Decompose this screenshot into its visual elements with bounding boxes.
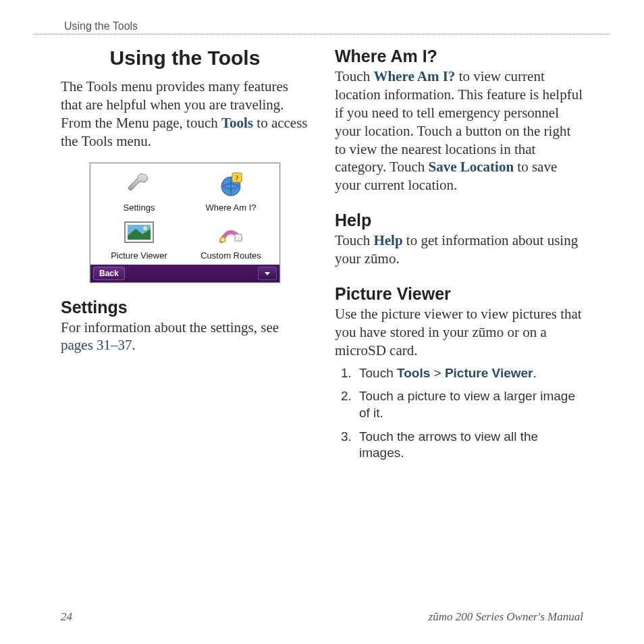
svg-rect-6 (235, 234, 242, 241)
text: Touch (335, 68, 373, 84)
text: For information about the settings, see (61, 319, 279, 336)
step-3: Touch the arrows to view all the images. (355, 429, 583, 462)
where-am-i-heading: Where Am I? (335, 47, 583, 66)
picture-viewer-paragraph: Use the picture viewer to view pictures … (335, 305, 583, 360)
svg-point-7 (220, 237, 225, 242)
left-column: Using the Tools The Tools menu provides … (61, 47, 309, 468)
wrench-icon (121, 169, 157, 201)
text: Touch (335, 232, 373, 248)
svg-point-5 (143, 226, 147, 230)
help-paragraph: Touch Help to get information about usin… (335, 232, 583, 268)
right-column: Where Am I? Touch Where Am I? to view cu… (335, 47, 583, 468)
back-button[interactable]: Back (93, 267, 125, 280)
settings-heading: Settings (61, 298, 309, 317)
running-head: Using the Tools (34, 20, 610, 34)
arrow-down-icon (263, 269, 271, 277)
text: . (132, 337, 136, 353)
text: . (533, 366, 537, 380)
step-2: Touch a picture to view a larger image o… (355, 388, 583, 421)
down-arrow-button[interactable] (258, 267, 277, 280)
app-label: Settings (124, 203, 155, 213)
app-settings[interactable]: Settings (93, 167, 185, 215)
where-am-i-paragraph: Touch Where Am I? to view current locati… (335, 68, 583, 194)
picture-viewer-link: Picture Viewer (445, 366, 533, 380)
text: Touch (359, 366, 397, 380)
device-screenshot: Settings ? Where Am I? (90, 163, 280, 283)
app-custom-routes[interactable]: Custom Routes (185, 215, 277, 263)
page-number: 24 (61, 610, 72, 624)
page-title: Using the Tools (61, 47, 309, 70)
pages-link[interactable]: pages 31–37 (61, 337, 132, 353)
step-1: Touch Tools > Picture Viewer. (355, 365, 583, 382)
picture-viewer-heading: Picture Viewer (335, 284, 583, 304)
picture-viewer-steps: Touch Tools > Picture Viewer. Touch a pi… (335, 365, 583, 462)
svg-text:?: ? (235, 173, 239, 182)
manual-title: zūmo 200 Series Owner's Manual (429, 610, 583, 624)
text: > (430, 366, 445, 380)
app-label: Where Am I? (205, 203, 256, 213)
help-heading: Help (335, 211, 583, 230)
picture-icon (121, 217, 157, 249)
where-am-i-link: Where Am I? (373, 68, 455, 84)
app-label: Custom Routes (200, 250, 261, 261)
settings-paragraph: For information about the settings, see … (61, 319, 309, 355)
tools-link: Tools (221, 115, 253, 131)
routes-icon (213, 217, 249, 249)
help-link: Help (373, 232, 402, 248)
footer: 24 zūmo 200 Series Owner's Manual (61, 610, 583, 624)
app-picture-viewer[interactable]: Picture Viewer (93, 215, 185, 263)
device-bottom-bar: Back (90, 265, 279, 282)
globe-question-icon: ? (213, 169, 249, 201)
tools-link: Tools (397, 366, 430, 380)
app-where-am-i[interactable]: ? Where Am I? (185, 167, 277, 215)
intro-paragraph: The Tools menu provides many features th… (61, 78, 309, 151)
save-location-link: Save Location (428, 159, 514, 175)
app-label: Picture Viewer (111, 250, 167, 261)
